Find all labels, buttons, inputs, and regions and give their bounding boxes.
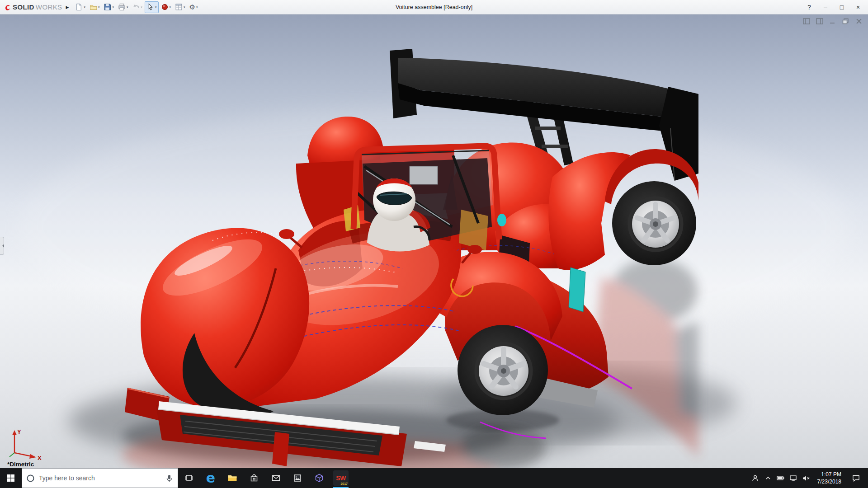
windows-taskbar: e	[0, 468, 868, 488]
doc-restore-icon[interactable]	[842, 18, 849, 24]
action-center-button[interactable]	[846, 474, 865, 482]
search-input[interactable]	[39, 474, 161, 482]
help-button[interactable]: ?	[801, 0, 817, 14]
windows-logo-icon	[7, 474, 15, 482]
clock-date: 7/23/2018	[817, 478, 841, 485]
task-view-button[interactable]	[178, 468, 200, 488]
mail-button[interactable]	[265, 468, 287, 488]
new-document-button[interactable]: ▾	[73, 1, 87, 13]
cortana-icon	[26, 474, 35, 483]
photos-button[interactable]	[287, 468, 308, 488]
select-button[interactable]: ▾	[145, 1, 159, 13]
hidden-icons-button[interactable]	[762, 468, 774, 488]
network-icon	[789, 475, 797, 482]
pane-left-icon[interactable]	[803, 18, 810, 24]
pane-right-icon[interactable]	[816, 18, 823, 24]
people-icon	[751, 474, 759, 482]
brand-solid: SOLID	[13, 3, 34, 11]
brand-works: WORKS	[36, 3, 62, 11]
options-button[interactable]: ⚙ ▾	[188, 1, 200, 13]
design-table-button[interactable]: ▾	[173, 1, 187, 13]
3d-builder-button[interactable]	[308, 468, 330, 488]
task-view-icon	[184, 474, 193, 483]
solidworks-window: SOLIDWORKS ▶ ▾ ▾ ▾	[0, 0, 868, 488]
taskbar-clock[interactable]: 1:07 PM 7/23/2018	[812, 471, 846, 485]
appearance-sphere-icon	[161, 3, 169, 11]
graphics-viewport[interactable]: Y X *Dimetric	[0, 14, 868, 468]
rearview-mirror	[410, 166, 438, 184]
select-cursor-icon	[146, 3, 154, 11]
maximize-button[interactable]: □	[834, 0, 850, 14]
battery-icon	[777, 475, 785, 481]
doc-minimize-icon[interactable]	[829, 18, 836, 24]
front-right-wheel	[458, 325, 548, 415]
solidworks-logo: SOLIDWORKS	[2, 3, 64, 11]
window-controls: ? – □ ×	[801, 0, 866, 14]
new-document-icon	[75, 3, 83, 11]
store-button[interactable]	[243, 468, 265, 488]
minimize-button[interactable]: –	[817, 0, 834, 14]
people-button[interactable]	[749, 468, 762, 488]
options-gear-icon: ⚙	[189, 4, 195, 10]
print-button[interactable]: ▾	[116, 1, 130, 13]
document-window-controls	[803, 18, 863, 24]
titlebar: SOLIDWORKS ▶ ▾ ▾ ▾	[0, 0, 868, 14]
solidworks-taskbar-button[interactable]: SW 2017	[330, 468, 352, 488]
document-title: Voiture assemblee [Read-only]	[396, 4, 472, 10]
microphone-icon[interactable]	[165, 474, 174, 483]
print-icon	[118, 3, 126, 11]
design-table-icon	[175, 3, 183, 11]
quick-access-toolbar: ▾ ▾ ▾ ▾	[73, 1, 199, 13]
3d-builder-icon	[315, 474, 324, 483]
edge-icon: e	[206, 471, 215, 485]
chevron-up-icon	[765, 475, 771, 481]
doc-close-icon[interactable]	[855, 18, 863, 24]
panel-expand-tab[interactable]	[0, 237, 4, 255]
system-tray: 1:07 PM 7/23/2018	[749, 468, 868, 488]
open-folder-icon	[90, 3, 97, 11]
clock-time: 1:07 PM	[821, 471, 841, 478]
mail-icon	[271, 474, 281, 483]
menu-flyout-arrow[interactable]: ▶	[66, 5, 69, 9]
volume-muted-icon	[802, 475, 810, 482]
photos-icon	[293, 474, 302, 483]
solidworks-app-icon: SW 2017	[333, 470, 349, 486]
volume-button[interactable]	[800, 468, 812, 488]
network-button[interactable]	[787, 468, 800, 488]
3d-scene-canvas[interactable]	[0, 14, 868, 468]
driver-helmet	[373, 178, 415, 221]
file-explorer-button[interactable]	[222, 468, 243, 488]
undo-button[interactable]: ▾	[131, 1, 145, 13]
battery-button[interactable]	[774, 468, 787, 488]
undo-icon	[132, 3, 140, 11]
appearance-button[interactable]: ▾	[159, 1, 173, 13]
store-icon	[250, 474, 259, 483]
ds-logo-icon	[4, 3, 11, 11]
action-center-icon	[852, 474, 860, 482]
rear-wheel	[612, 181, 696, 265]
open-button[interactable]: ▾	[88, 1, 102, 13]
view-orientation-label: *Dimetric	[7, 461, 34, 468]
taskbar-search[interactable]	[22, 468, 178, 488]
edge-button[interactable]: e	[200, 468, 222, 488]
file-explorer-icon	[227, 474, 237, 483]
save-icon	[104, 3, 111, 11]
start-button[interactable]	[0, 468, 22, 488]
close-button[interactable]: ×	[850, 0, 866, 14]
save-button[interactable]: ▾	[102, 1, 116, 13]
